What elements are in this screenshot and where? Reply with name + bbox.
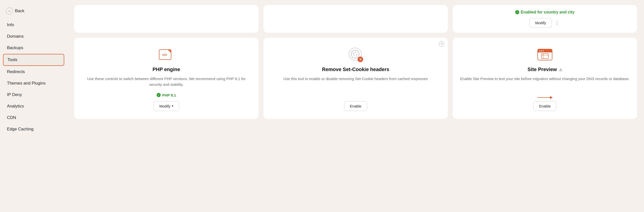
site-preview-icon-wrapper	[537, 47, 553, 63]
status-dot-icon	[515, 10, 519, 14]
site-preview-body	[538, 52, 552, 60]
top-card-3-actions: Modify ⋮	[530, 18, 560, 28]
php-engine-desc: Use these controls to switch between dif…	[81, 76, 252, 88]
more-options-icon[interactable]: ⋮	[554, 19, 560, 27]
svg-point-7	[354, 55, 354, 56]
site-preview-title: Site Preview ⚠	[528, 67, 562, 72]
php-engine-modify-button[interactable]: Modify ▾	[154, 101, 179, 111]
svg-point-8	[356, 56, 356, 57]
cookie-desc: Use this tool to enable or disable remov…	[284, 76, 428, 96]
enabled-status: Enabled for country and city	[515, 10, 574, 15]
sidebar-item-backups[interactable]: Backups	[3, 42, 64, 53]
svg-text:</>: </>	[162, 53, 167, 57]
php-engine-card: </> PHP engine Use these controls to swi…	[74, 38, 258, 119]
site-preview-topbar	[538, 49, 552, 52]
php-status-dot	[157, 93, 161, 97]
cookie-error-badge: ✕	[358, 57, 363, 62]
cards-grid: </> PHP engine Use these controls to swi…	[74, 38, 637, 119]
sidebar-item-themes-plugins[interactable]: Themes and Plugins	[3, 78, 64, 89]
php-engine-icon: </>	[158, 47, 174, 63]
sidebar-item-tools[interactable]: Tools	[3, 54, 64, 66]
top-card-3: Enabled for country and city Modify ⋮	[453, 5, 637, 33]
cookie-title: Remove Set-Cookie headers	[322, 67, 389, 72]
sidebar-item-cdn[interactable]: CDN	[3, 112, 64, 123]
sidebar: ← Back Info Domains Backups Tools Redire…	[0, 0, 67, 212]
site-preview-desc: Enable Site Preview to test your site be…	[460, 76, 630, 92]
top-row: Enabled for country and city Modify ⋮	[74, 5, 637, 33]
main-content: Enabled for country and city Modify ⋮ </…	[67, 0, 644, 212]
php-engine-status: PHP 8.1	[157, 93, 176, 97]
back-button[interactable]: ← Back	[0, 5, 67, 20]
svg-rect-9	[542, 54, 548, 59]
back-arrow-icon: ←	[6, 8, 13, 15]
arrow-right-icon	[538, 97, 552, 98]
help-icon[interactable]: ?	[439, 41, 444, 47]
remove-cookie-card: ? ✕ Remove Set	[264, 38, 448, 119]
chevron-down-icon: ▾	[172, 104, 173, 108]
top-card-1	[74, 5, 258, 33]
sidebar-item-info[interactable]: Info	[3, 20, 64, 31]
warning-badge-icon: ⚠	[559, 68, 562, 72]
site-preview-card: Site Preview ⚠ Enable Site Preview to te…	[453, 38, 637, 119]
svg-point-4	[353, 53, 354, 54]
svg-point-3	[351, 50, 359, 58]
php-engine-title: PHP engine	[153, 67, 180, 72]
back-label: Back	[15, 9, 24, 14]
top-card-3-modify-button[interactable]: Modify	[530, 18, 552, 28]
sidebar-item-analytics[interactable]: Analytics	[3, 101, 64, 112]
sidebar-item-domains[interactable]: Domains	[3, 31, 64, 42]
sidebar-item-ip-deny[interactable]: IP Deny	[3, 89, 64, 100]
site-preview-enable-button[interactable]: Enable	[534, 101, 556, 111]
svg-point-5	[355, 52, 356, 53]
sidebar-nav: Info Domains Backups Tools Redirects The…	[0, 20, 67, 135]
cookie-icon-wrapper: ✕	[348, 47, 364, 63]
svg-point-6	[356, 54, 357, 55]
sidebar-item-redirects[interactable]: Redirects	[3, 66, 64, 77]
sidebar-item-edge-caching[interactable]: Edge Caching	[3, 124, 64, 135]
top-card-2	[264, 5, 448, 33]
cookie-enable-button[interactable]: Enable	[344, 101, 367, 111]
